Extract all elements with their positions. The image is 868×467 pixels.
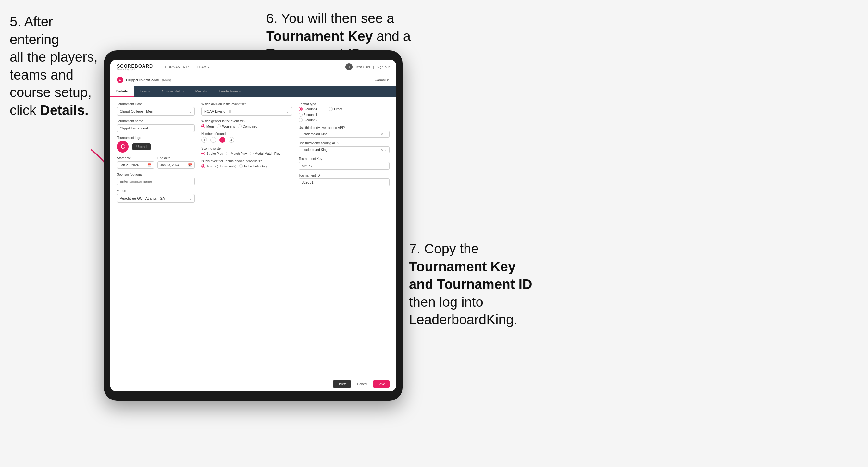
tab-teams[interactable]: Teams: [134, 86, 156, 97]
tablet-device: SCOREBOARD Powered by clippit TOURNAMENT…: [104, 50, 403, 401]
teams-group: Is this event for Teams and/or Individua…: [201, 159, 292, 168]
teams-plus-label: Teams (+Individuals): [207, 164, 236, 168]
scoring-stroke-radio[interactable]: [201, 152, 205, 155]
tournament-id-label: Tournament ID: [299, 174, 390, 177]
end-date-label: End date: [157, 156, 195, 160]
scoring-medal-radio[interactable]: [250, 152, 253, 155]
sponsor-group: Sponsor (optional): [117, 173, 195, 185]
clear-icon-2[interactable]: ✕ ⌄: [380, 148, 386, 152]
tournament-id-value: 302051: [299, 179, 390, 186]
gender-combined-radio[interactable]: [238, 124, 242, 128]
tabs-bar: Details Teams Course Setup Results Leade…: [111, 86, 396, 97]
format-6count4[interactable]: 6 count 4: [299, 113, 390, 117]
tournament-name-input[interactable]: Clippd Invitational: [117, 124, 195, 132]
teams-plus-individuals[interactable]: Teams (+Individuals): [201, 164, 236, 168]
nav-links: TOURNAMENTS TEAMS: [163, 64, 336, 70]
format-5count4[interactable]: 5 count 4: [299, 107, 317, 111]
gender-mens-label: Mens: [207, 125, 214, 128]
third-party-2-select[interactable]: Leaderboard King ✕ ⌄: [299, 146, 390, 153]
scoring-radio-group: Stroke Play Match Play Medal Match Play: [201, 152, 292, 155]
individuals-only-radio[interactable]: [239, 164, 243, 168]
gender-combined-label: Combined: [243, 125, 258, 128]
format-label: Format type: [299, 102, 390, 106]
teams-radio-group: Teams (+Individuals) Individuals Only: [201, 164, 292, 168]
format-6count5-label: 6 count 5: [304, 119, 317, 122]
tab-details[interactable]: Details: [111, 86, 134, 97]
gender-mens[interactable]: Mens: [201, 124, 214, 128]
end-date-input[interactable]: Jan 23, 2024 📅: [157, 161, 195, 169]
rounds-group: Number of rounds 1 2 3 4: [201, 132, 292, 143]
annotation-left: 5. After entering all the players, teams…: [10, 13, 101, 119]
format-group: Format type 5 count 4 Other: [299, 102, 390, 122]
sponsor-input[interactable]: [117, 178, 195, 185]
user-avatar: TU: [345, 63, 352, 70]
tournament-key-label: Tournament Key: [299, 157, 390, 161]
tournament-host-select[interactable]: Clippd College - Men: [117, 107, 195, 116]
scoring-match[interactable]: Match Play: [226, 152, 247, 155]
format-other-label: Other: [334, 107, 342, 111]
gender-combined[interactable]: Combined: [238, 124, 258, 128]
third-party-2-label: Use third-party scoring API?: [299, 142, 390, 145]
tab-leaderboards[interactable]: Leaderboards: [213, 86, 247, 97]
round-2[interactable]: 2: [210, 137, 216, 143]
format-6count4-radio[interactable]: [299, 113, 303, 117]
round-4[interactable]: 4: [228, 137, 235, 143]
scoring-label: Scoring system: [201, 147, 292, 150]
division-select[interactable]: NCAA Division III: [201, 107, 292, 116]
scoring-match-radio[interactable]: [226, 152, 229, 155]
scoring-medal-label: Medal Match Play: [255, 152, 280, 155]
sponsor-label: Sponsor (optional): [117, 173, 195, 176]
teams-plus-radio[interactable]: [201, 164, 205, 168]
right-column: Format type 5 count 4 Other: [299, 102, 390, 372]
tournament-title: C Clippd Invitational (Men): [117, 76, 171, 83]
delete-button[interactable]: Delete: [333, 380, 351, 388]
third-party-1-select[interactable]: Leaderboard King ✕ ⌄: [299, 131, 390, 137]
format-other-radio[interactable]: [329, 107, 333, 111]
venue-select[interactable]: Peachtree GC - Atlanta - GA: [117, 194, 195, 203]
nav-tournaments[interactable]: TOURNAMENTS: [163, 64, 190, 70]
gender-mens-radio[interactable]: [201, 124, 205, 128]
format-6count5[interactable]: 6 count 5: [299, 118, 390, 122]
format-6count5-radio[interactable]: [299, 118, 303, 122]
round-3-radio[interactable]: 3: [219, 137, 225, 143]
round-3[interactable]: 3: [219, 137, 225, 143]
format-5count4-label: 5 count 4: [304, 107, 317, 111]
calendar-icon-2: 📅: [188, 163, 192, 167]
format-6count4-label: 6 count 4: [304, 113, 317, 117]
third-party-1-label: Use third-party live scoring API?: [299, 126, 390, 129]
clear-icon-1[interactable]: ✕ ⌄: [380, 132, 386, 136]
tournament-id-group: Tournament ID 302051: [299, 174, 390, 186]
round-4-radio[interactable]: 4: [228, 137, 235, 143]
scoring-stroke[interactable]: Stroke Play: [201, 152, 223, 155]
format-other[interactable]: Other: [329, 107, 342, 111]
round-2-radio[interactable]: 2: [210, 137, 216, 143]
save-button[interactable]: Save: [373, 380, 390, 388]
tournament-name-label: Tournament name: [117, 119, 195, 123]
upload-button[interactable]: Upload: [132, 144, 151, 150]
tournament-key-value: b4f6b7: [299, 162, 390, 170]
page-header: C Clippd Invitational (Men) Cancel ✕: [111, 74, 396, 86]
gender-group: Which gender is the event for? Mens Wome…: [201, 119, 292, 128]
footer-cancel-button[interactable]: Cancel: [354, 380, 370, 388]
nav-teams[interactable]: TEAMS: [197, 64, 209, 70]
division-label: Which division is the event for?: [201, 102, 292, 106]
round-1-radio[interactable]: 1: [201, 137, 207, 143]
gender-womens[interactable]: Womens: [217, 124, 235, 128]
page-cancel-btn[interactable]: Cancel ✕: [375, 78, 390, 82]
individuals-only[interactable]: Individuals Only: [239, 164, 267, 168]
format-5count4-radio[interactable]: [299, 107, 303, 111]
round-1[interactable]: 1: [201, 137, 207, 143]
sign-out-link[interactable]: Sign out: [376, 65, 390, 69]
gender-womens-radio[interactable]: [217, 124, 221, 128]
gender-radio-group: Mens Womens Combined: [201, 124, 292, 128]
tournament-gender: (Men): [162, 78, 172, 82]
teams-label: Is this event for Teams and/or Individua…: [201, 159, 292, 163]
format-row-1: 5 count 4 Other: [299, 107, 390, 111]
user-name: Test User: [355, 65, 370, 69]
tab-results[interactable]: Results: [190, 86, 213, 97]
third-party-1-group: Use third-party live scoring API? Leader…: [299, 126, 390, 137]
tournament-name-group: Tournament name Clippd Invitational: [117, 119, 195, 132]
scoring-medal[interactable]: Medal Match Play: [250, 152, 280, 155]
start-date-input[interactable]: Jan 21, 2024 📅: [117, 161, 154, 169]
tab-course-setup[interactable]: Course Setup: [156, 86, 189, 97]
